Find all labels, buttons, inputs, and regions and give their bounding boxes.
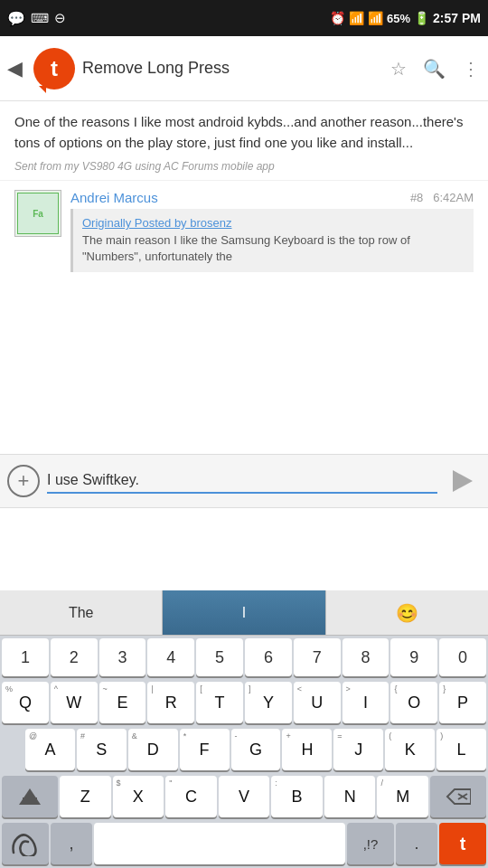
asdf-row: @A #S &D *F -G +H =J (K )L — [0, 726, 488, 773]
keyboard: The I 😊 1 2 3 4 5 6 7 8 9 0 %Q ^W ~E |R … — [0, 590, 488, 868]
overflow-menu-icon[interactable]: ⋮ — [462, 58, 481, 80]
suggestion-i[interactable]: I — [163, 590, 325, 635]
key-x[interactable]: $X — [113, 776, 164, 817]
suggestion-the[interactable]: The — [0, 590, 163, 635]
key-1[interactable]: 1 — [2, 638, 49, 676]
post-time: 6:42AM — [433, 191, 474, 204]
punctuation-key[interactable]: ,!? — [347, 823, 394, 864]
post-quote-text: The main reason I like the Samsung Keybo… — [82, 232, 465, 265]
key-2[interactable]: 2 — [51, 638, 98, 676]
send-button[interactable] — [445, 463, 481, 499]
post-avatar: Fa — [14, 190, 61, 237]
qwerty-row: %Q ^W ~E |R [T ]Y <U >I {O }P — [0, 679, 488, 726]
key-m[interactable]: /M — [377, 776, 428, 817]
keyboard-icon: ⌨ — [31, 11, 49, 25]
shift-arrow-icon — [19, 788, 41, 805]
app-title: Remove Long Press — [82, 59, 383, 78]
svg-marker-0 — [447, 789, 471, 804]
key-r[interactable]: |R — [147, 682, 194, 723]
key-6[interactable]: 6 — [245, 638, 292, 676]
do-not-disturb-icon: ⊖ — [54, 10, 66, 26]
post-block: Fa Andrei Marcus #8 6:42AM Originally Po… — [0, 181, 488, 272]
key-h[interactable]: +H — [282, 729, 332, 770]
alarm-icon: ⏰ — [330, 11, 345, 25]
wifi-icon: 📶 — [349, 11, 364, 25]
battery-percent: 65% — [387, 12, 410, 25]
key-k[interactable]: (K — [385, 729, 435, 770]
swiftkey-icon — [10, 831, 41, 856]
post-quote-box: Originally Posted by brosenz The main re… — [70, 209, 474, 272]
key-a[interactable]: @A — [25, 729, 75, 770]
text-input-wrapper — [47, 468, 437, 494]
status-right: ⏰ 📶 📶 65% 🔋 2:57 PM — [330, 11, 481, 25]
message-text: One of the reasons I like most android k… — [14, 112, 474, 153]
logo-letter: t — [51, 56, 58, 81]
key-i[interactable]: >I — [343, 682, 389, 723]
key-g[interactable]: -G — [231, 729, 281, 770]
post-meta: #8 6:42AM — [410, 191, 474, 204]
number-row: 1 2 3 4 5 6 7 8 9 0 — [0, 636, 488, 679]
messenger-icon: 💬 — [7, 10, 25, 27]
app-bar-icons: ☆ 🔍 ⋮ — [390, 58, 481, 80]
key-0[interactable]: 0 — [439, 638, 486, 676]
post-quote-link[interactable]: Originally Posted by brosenz — [82, 216, 465, 230]
key-9[interactable]: 9 — [390, 638, 437, 676]
key-f[interactable]: *F — [180, 729, 230, 770]
key-j[interactable]: =J — [333, 729, 383, 770]
key-d[interactable]: &D — [128, 729, 178, 770]
key-q[interactable]: %Q — [2, 682, 49, 723]
t-logo-letter: t — [460, 834, 466, 854]
signal-icon: 📶 — [368, 11, 383, 25]
status-left: 💬 ⌨ ⊖ — [7, 10, 66, 27]
post-header: Andrei Marcus #8 6:42AM — [70, 190, 474, 205]
period-key[interactable]: . — [396, 823, 437, 864]
shift-key[interactable] — [2, 776, 58, 817]
key-3[interactable]: 3 — [99, 638, 146, 676]
status-bar: 💬 ⌨ ⊖ ⏰ 📶 📶 65% 🔋 2:57 PM — [0, 0, 488, 36]
swiftkey-logo-key[interactable] — [2, 823, 49, 864]
bottom-row: , ,!? . t — [0, 820, 488, 868]
key-y[interactable]: ]Y — [245, 682, 292, 723]
post-content: Andrei Marcus #8 6:42AM Originally Poste… — [70, 190, 474, 272]
post-number: #8 — [410, 191, 423, 204]
message-block: One of the reasons I like most android k… — [0, 101, 488, 181]
key-u[interactable]: <U — [294, 682, 341, 723]
comma-key[interactable]: , — [51, 823, 92, 864]
app-title-text: Remove Long Press — [82, 59, 383, 78]
backspace-icon — [446, 788, 471, 806]
suggestion-emoji[interactable]: 😊 — [326, 590, 488, 635]
key-s[interactable]: #S — [77, 729, 127, 770]
key-e[interactable]: ~E — [99, 682, 146, 723]
key-w[interactable]: ^W — [51, 682, 98, 723]
input-bar: + — [0, 454, 488, 508]
post-author[interactable]: Andrei Marcus — [70, 190, 158, 205]
t-logo-key[interactable]: t — [439, 823, 486, 864]
key-4[interactable]: 4 — [147, 638, 194, 676]
key-o[interactable]: {O — [390, 682, 437, 723]
key-8[interactable]: 8 — [343, 638, 389, 676]
backspace-key[interactable] — [430, 776, 486, 817]
key-z[interactable]: Z — [60, 776, 111, 817]
key-n[interactable]: N — [324, 776, 376, 817]
back-icon[interactable]: ◀ — [7, 57, 23, 80]
app-logo: t — [33, 48, 75, 90]
message-input[interactable] — [47, 468, 437, 492]
suggestion-bar: The I 😊 — [0, 590, 488, 636]
key-p[interactable]: }P — [439, 682, 486, 723]
key-c[interactable]: "C — [165, 776, 217, 817]
zxcv-row: Z $X "C V :B N /M — [0, 773, 488, 820]
space-key[interactable] — [94, 823, 345, 864]
key-7[interactable]: 7 — [294, 638, 341, 676]
key-t[interactable]: [T — [196, 682, 243, 723]
message-footer: Sent from my VS980 4G using AC Forums mo… — [14, 160, 474, 173]
search-icon[interactable]: 🔍 — [423, 58, 446, 80]
star-icon[interactable]: ☆ — [390, 58, 407, 80]
time: 2:57 PM — [433, 11, 481, 25]
app-bar: ◀ t Remove Long Press ☆ 🔍 ⋮ — [0, 36, 488, 101]
key-b[interactable]: :B — [271, 776, 323, 817]
key-l[interactable]: )L — [436, 729, 486, 770]
content-area: One of the reasons I like most android k… — [0, 101, 488, 454]
add-button[interactable]: + — [7, 465, 40, 497]
key-v[interactable]: V — [219, 776, 270, 817]
key-5[interactable]: 5 — [196, 638, 243, 676]
